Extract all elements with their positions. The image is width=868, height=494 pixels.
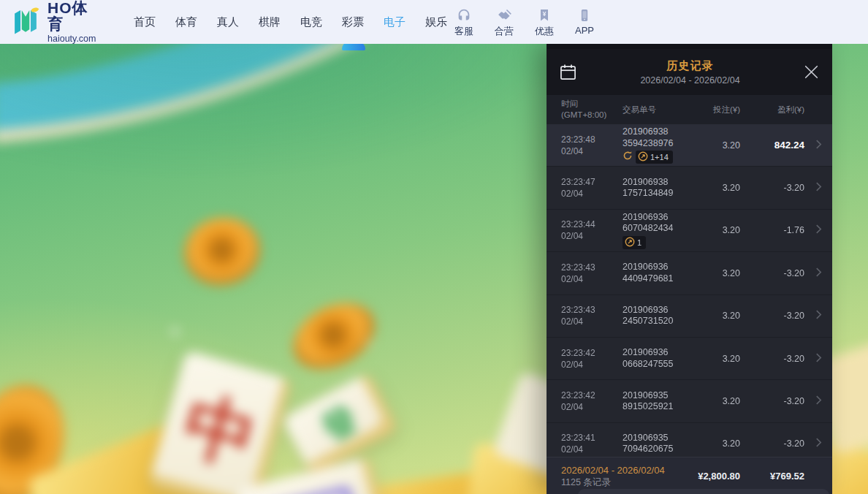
row-time-value: 23:23:42 bbox=[561, 347, 623, 359]
quick-links: 客服合营¥优惠APP bbox=[449, 7, 599, 38]
bottom-sheet-handle[interactable] bbox=[578, 489, 829, 494]
summary-date-range: 2026/02/04 - 2026/02/04 bbox=[561, 464, 688, 476]
nav-item-8[interactable]: 娱乐 bbox=[423, 12, 449, 32]
row-time: 23:23:4702/04 bbox=[561, 176, 623, 200]
row-detail-link[interactable] bbox=[804, 224, 832, 237]
quick-link-客服[interactable]: 客服 bbox=[449, 7, 479, 38]
row-time-value: 23:23:42 bbox=[561, 390, 623, 401]
logo-title: HO体育 bbox=[47, 0, 98, 32]
nav-item-4[interactable]: 棋牌 bbox=[256, 12, 283, 32]
quick-link-优惠[interactable]: ¥优惠 bbox=[530, 7, 559, 38]
order-id-line1: 201906938 bbox=[623, 177, 688, 189]
gold-coin bbox=[178, 210, 267, 292]
row-time: 23:23:4802/04 bbox=[561, 134, 623, 157]
table-row[interactable]: 23:23:4302/0420190693624507315203.20-3.2… bbox=[547, 295, 832, 338]
purple-frame bbox=[265, 485, 358, 494]
nav-item-2[interactable]: 体育 bbox=[173, 12, 199, 32]
quick-link-APP[interactable]: APP bbox=[570, 7, 599, 38]
row-date-value: 02/04 bbox=[561, 444, 623, 455]
nav-item-1[interactable]: 首页 bbox=[132, 12, 158, 32]
calendar-icon[interactable] bbox=[558, 62, 578, 82]
history-panel: 历史记录 2026/02/04 - 2026/02/04 时间 (GMT+8:0… bbox=[547, 44, 832, 494]
nav-item-6[interactable]: 彩票 bbox=[340, 12, 366, 32]
row-detail-link[interactable] bbox=[804, 139, 832, 152]
panel-date-range: 2026/02/04 - 2026/02/04 bbox=[578, 75, 802, 86]
row-badges: 1+14 bbox=[623, 151, 688, 164]
nav-item-5[interactable]: 电竞 bbox=[298, 12, 324, 32]
mahjong-tile-fa: 發 bbox=[281, 373, 398, 476]
handshake-icon bbox=[496, 7, 513, 23]
headset-icon bbox=[456, 7, 472, 23]
table-row[interactable]: 23:23:4802/0420190693835942389761+143.20… bbox=[547, 124, 832, 167]
row-order: 2019069358915025921 bbox=[623, 390, 688, 413]
phone-icon bbox=[577, 7, 592, 23]
row-detail-link[interactable] bbox=[804, 267, 832, 280]
table-row[interactable]: 23:23:4402/04201906936607048243413.20-1.… bbox=[547, 210, 832, 252]
table-row[interactable]: 23:23:4302/0420190693644094796813.20-3.2… bbox=[547, 252, 832, 294]
row-profit: -3.20 bbox=[740, 311, 804, 321]
total-bet: ¥2,800.80 bbox=[688, 471, 740, 482]
order-id-line1: 201906935 bbox=[623, 390, 688, 402]
quick-link-合营[interactable]: 合营 bbox=[490, 7, 519, 38]
row-order: 2019069364409479681 bbox=[623, 262, 688, 284]
row-bet: 3.20 bbox=[688, 438, 740, 449]
row-bet: 3.20 bbox=[688, 140, 740, 151]
row-order: 20190693660704824341 bbox=[623, 212, 688, 249]
badge-label: 1+14 bbox=[650, 153, 669, 162]
logo-domain: haiouty.com bbox=[47, 34, 98, 44]
bubble bbox=[367, 341, 372, 346]
row-time-value: 23:23:47 bbox=[561, 176, 623, 188]
order-id-line2: 1757134849 bbox=[623, 188, 688, 200]
nav-item-3[interactable]: 真人 bbox=[215, 12, 241, 32]
table-row[interactable]: 23:23:4702/0420190693817571348493.20-3.2… bbox=[547, 167, 832, 209]
free-spin-icon bbox=[623, 151, 633, 164]
svg-text:¥: ¥ bbox=[543, 10, 547, 17]
row-time: 23:23:4202/04 bbox=[561, 347, 623, 370]
chevron-right-icon bbox=[815, 181, 822, 194]
row-date-value: 02/04 bbox=[561, 359, 623, 370]
gold-coin bbox=[0, 372, 80, 494]
row-detail-link[interactable] bbox=[804, 437, 832, 450]
chevron-right-icon bbox=[815, 139, 822, 152]
chevron-right-icon bbox=[815, 437, 822, 450]
row-time-value: 23:23:44 bbox=[561, 218, 623, 230]
row-profit: -3.20 bbox=[740, 438, 804, 449]
mahjong-tile-zhong: 中 bbox=[148, 350, 292, 494]
table-row[interactable]: 23:23:4202/0420190693589150259213.20-3.2… bbox=[547, 380, 832, 422]
gold-coin bbox=[282, 290, 386, 382]
row-detail-link[interactable] bbox=[804, 309, 832, 322]
table-row[interactable]: 23:23:4102/0420190693570946206753.20-3.2… bbox=[547, 423, 832, 457]
row-date-value: 02/04 bbox=[561, 316, 623, 327]
multiplier-icon bbox=[625, 237, 635, 248]
row-profit: -3.20 bbox=[740, 183, 804, 193]
row-profit: -3.20 bbox=[740, 354, 804, 364]
table-header: 时间 (GMT+8:00) 交易单号 投注(¥) 盈利(¥) bbox=[547, 95, 832, 124]
row-detail-link[interactable] bbox=[804, 181, 832, 194]
order-id-line2: 7094620675 bbox=[623, 444, 688, 455]
row-bet: 3.20 bbox=[688, 268, 740, 278]
row-order: 2019069357094620675 bbox=[623, 433, 688, 455]
bubble bbox=[250, 421, 256, 428]
row-detail-link[interactable] bbox=[804, 352, 832, 365]
row-time-value: 23:23:43 bbox=[561, 262, 623, 273]
bubble bbox=[171, 327, 179, 335]
row-bet: 3.20 bbox=[688, 183, 740, 193]
quick-link-label: 优惠 bbox=[535, 25, 554, 38]
close-icon[interactable] bbox=[802, 63, 821, 81]
quick-link-label: APP bbox=[575, 25, 594, 36]
multiplier-icon bbox=[638, 151, 648, 163]
row-date-value: 02/04 bbox=[561, 145, 623, 157]
table-row[interactable]: 23:23:4202/0420190693606682475553.20-3.2… bbox=[547, 338, 832, 380]
zhong-glyph: 中 bbox=[172, 376, 268, 489]
row-detail-link[interactable] bbox=[804, 395, 832, 408]
row-order: 2019069360668247555 bbox=[623, 347, 688, 370]
fa-glyph: 發 bbox=[314, 396, 365, 452]
panel-header: 历史记录 2026/02/04 - 2026/02/04 bbox=[547, 49, 832, 95]
row-profit: -1.76 bbox=[740, 225, 804, 235]
app-root: HO体育 haiouty.com 首页体育真人棋牌电竞彩票电子娱乐 客服合营¥优… bbox=[0, 0, 868, 494]
order-id-line1: 201906936 bbox=[623, 347, 688, 359]
nav-item-7[interactable]: 电子 bbox=[381, 12, 408, 32]
row-time-value: 23:23:48 bbox=[561, 134, 623, 145]
order-id-line1: 201906935 bbox=[623, 433, 688, 444]
site-logo[interactable]: HO体育 haiouty.com bbox=[10, 0, 98, 44]
